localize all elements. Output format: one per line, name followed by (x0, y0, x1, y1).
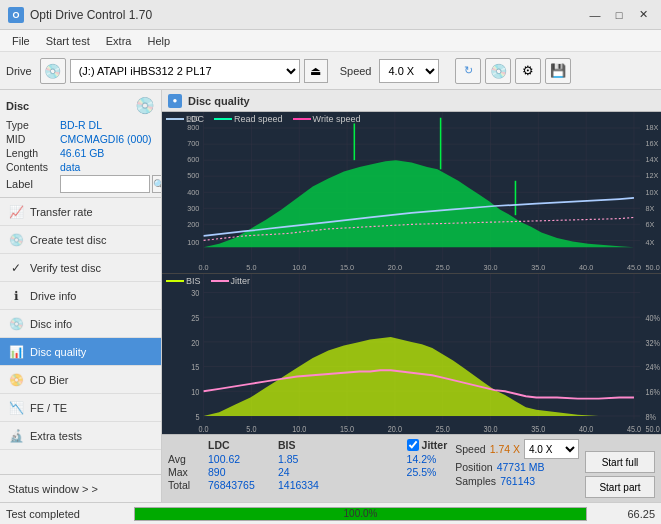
verify-test-disc-icon: ✓ (8, 260, 24, 276)
svg-text:30.0: 30.0 (483, 424, 498, 434)
svg-text:500: 500 (187, 171, 199, 180)
nav-disc-quality[interactable]: 📊 Disc quality (0, 338, 161, 366)
stats-left: LDC BIS Avg 100.62 1.85 Max 890 24 Total… (168, 439, 407, 491)
svg-text:10.0: 10.0 (292, 263, 306, 272)
nav-extra-tests-label: Extra tests (30, 430, 82, 442)
nav-drive-info[interactable]: ℹ Drive info (0, 282, 161, 310)
svg-text:16X: 16X (645, 139, 658, 148)
svg-text:45.0: 45.0 (627, 424, 642, 434)
svg-text:4X: 4X (645, 238, 654, 247)
nav-fe-te-label: FE / TE (30, 402, 67, 414)
nav-fe-te[interactable]: 📉 FE / TE (0, 394, 161, 422)
window-controls: — □ ✕ (585, 5, 653, 25)
start-part-button[interactable]: Start part (585, 476, 655, 498)
drive-select[interactable]: (J:) ATAPI iHBS312 2 PL17 (70, 59, 300, 83)
svg-text:5.0: 5.0 (246, 263, 256, 272)
legend-read-speed-color (214, 118, 232, 120)
jitter-checkbox[interactable] (407, 439, 419, 451)
start-full-button[interactable]: Start full (585, 451, 655, 473)
stats-total-bis: 1416334 (278, 479, 333, 491)
svg-text:18X: 18X (645, 123, 658, 132)
jitter-avg: 14.2% (407, 453, 448, 465)
svg-text:600: 600 (187, 155, 199, 164)
close-button[interactable]: ✕ (633, 5, 653, 25)
svg-text:10: 10 (191, 387, 200, 397)
app-title: Opti Drive Control 1.70 (30, 8, 152, 22)
stats-avg-bis: 1.85 (278, 453, 333, 465)
svg-text:8%: 8% (645, 412, 656, 422)
charts-area: LDC Read speed Write speed (162, 112, 661, 434)
disc-label-input[interactable] (60, 175, 150, 193)
fe-te-icon: 📉 (8, 400, 24, 416)
transfer-rate-icon: 📈 (8, 204, 24, 220)
stats-total-row: Total 76843765 1416334 (168, 479, 407, 491)
status-text: Test completed (6, 508, 126, 520)
legend-ldc-color (166, 118, 184, 120)
disc-label-btn[interactable]: 🔍 (152, 175, 162, 193)
stats-bis-header: BIS (278, 439, 333, 451)
disc-button[interactable]: 💿 (485, 58, 511, 84)
sidebar: Disc 💿 Type BD-R DL MID CMCMAGDI6 (000) … (0, 90, 162, 502)
svg-text:24%: 24% (645, 362, 660, 372)
disc-type-row: Type BD-R DL (6, 119, 155, 131)
svg-text:30.0: 30.0 (483, 263, 497, 272)
menu-help[interactable]: Help (139, 33, 178, 49)
extra-tests-icon: 🔬 (8, 428, 24, 444)
svg-text:32%: 32% (645, 338, 660, 348)
chart-bottom-legend: BIS Jitter (166, 276, 250, 286)
samples-label: Samples (455, 475, 496, 487)
nav-transfer-rate-label: Transfer rate (30, 206, 93, 218)
nav-transfer-rate[interactable]: 📈 Transfer rate (0, 198, 161, 226)
menu-file[interactable]: File (4, 33, 38, 49)
chart-top-legend: LDC Read speed Write speed (166, 114, 360, 124)
legend-write-speed-color (293, 118, 311, 120)
drive-icon-btn[interactable]: 💿 (40, 58, 66, 84)
disc-length-row: Length 46.61 GB (6, 147, 155, 159)
refresh-button[interactable]: ↻ (455, 58, 481, 84)
nav-create-test-disc[interactable]: 💿 Create test disc (0, 226, 161, 254)
svg-text:800: 800 (187, 123, 199, 132)
nav-extra-tests[interactable]: 🔬 Extra tests (0, 422, 161, 450)
speed-select-stat[interactable]: 4.0 X (524, 439, 579, 459)
content-area: ● Disc quality LDC Read speed (162, 90, 661, 502)
legend-write-speed: Write speed (293, 114, 361, 124)
eject-button[interactable]: ⏏ (304, 59, 328, 83)
speed-select[interactable]: 4.0 X (379, 59, 439, 83)
disc-contents-value: data (60, 161, 80, 173)
progress-pct: 100.0% (135, 508, 586, 520)
svg-text:5.0: 5.0 (246, 424, 257, 434)
legend-read-speed: Read speed (214, 114, 283, 124)
disc-label-row: Label 🔍 (6, 175, 155, 193)
panel-header: ● Disc quality (162, 90, 661, 112)
legend-jitter: Jitter (211, 276, 251, 286)
stats-avg-row: Avg 100.62 1.85 (168, 453, 407, 465)
jitter-header-row: Jitter (407, 439, 448, 451)
minimize-button[interactable]: — (585, 5, 605, 25)
svg-text:300: 300 (187, 203, 199, 212)
nav-cd-bier[interactable]: 📀 CD Bier (0, 366, 161, 394)
svg-text:25.0: 25.0 (436, 424, 451, 434)
disc-type-value: BD-R DL (60, 119, 102, 131)
svg-text:5: 5 (195, 412, 200, 422)
legend-ldc: LDC (166, 114, 204, 124)
settings-button[interactable]: ⚙ (515, 58, 541, 84)
chart-bottom-svg: 5 10 15 20 25 30 8% 16% 24% 32% 40% 0.0 (162, 274, 661, 435)
jitter-label: Jitter (422, 439, 448, 451)
save-button[interactable]: 💾 (545, 58, 571, 84)
svg-text:10.0: 10.0 (292, 424, 307, 434)
menu-start-test[interactable]: Start test (38, 33, 98, 49)
nav-verify-test-disc-label: Verify test disc (30, 262, 101, 274)
nav-verify-test-disc[interactable]: ✓ Verify test disc (0, 254, 161, 282)
disc-quality-icon: 📊 (8, 344, 24, 360)
create-test-disc-icon: 💿 (8, 232, 24, 248)
status-window-btn[interactable]: Status window > > (0, 474, 161, 502)
maximize-button[interactable]: □ (609, 5, 629, 25)
menu-extra[interactable]: Extra (98, 33, 140, 49)
svg-text:20.0: 20.0 (388, 424, 403, 434)
nav-disc-info[interactable]: 💿 Disc info (0, 310, 161, 338)
svg-text:6X: 6X (645, 219, 654, 228)
stats-total-ldc: 76843765 (208, 479, 278, 491)
position-value: 47731 MB (497, 461, 545, 473)
action-buttons: Start full Start part (585, 451, 655, 498)
stats-avg-label: Avg (168, 453, 208, 465)
